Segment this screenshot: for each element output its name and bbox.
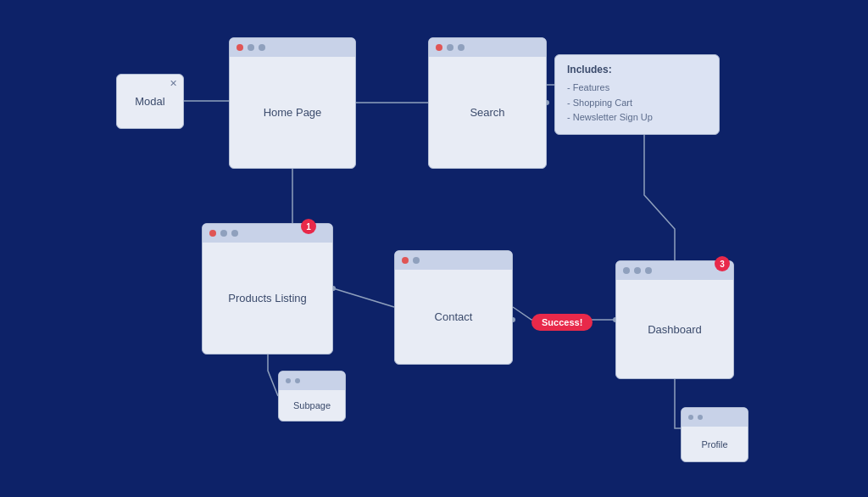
- canvas: ✕ Modal Home Page Search Includes: - Fea…: [0, 0, 868, 497]
- profile-body: Profile: [682, 427, 748, 461]
- search-label: Search: [470, 106, 504, 119]
- info-title: Includes:: [567, 64, 707, 75]
- contact-card[interactable]: Contact: [394, 250, 513, 365]
- home-page-body: Home Page: [230, 57, 355, 168]
- info-item-2: - Shopping Cart: [567, 96, 707, 111]
- dot-green: [458, 44, 465, 51]
- dot-red: [402, 257, 409, 264]
- dot-yellow: [220, 230, 227, 237]
- dot-yellow: [413, 257, 420, 264]
- profile-label: Profile: [701, 439, 727, 450]
- search-body: Search: [429, 57, 546, 168]
- profile-titlebar: [682, 408, 748, 427]
- dot-yellow: [248, 44, 254, 51]
- info-item-1: - Features: [567, 81, 707, 96]
- home-page-card[interactable]: Home Page: [229, 37, 356, 169]
- subpage-titlebar: [279, 371, 345, 390]
- success-pill: Success!: [531, 314, 593, 331]
- products-label: Products Listing: [228, 292, 307, 304]
- subpage-card[interactable]: Subpage: [278, 371, 346, 422]
- modal-card[interactable]: ✕ Modal: [116, 74, 184, 129]
- subpage-label: Subpage: [293, 400, 331, 410]
- search-titlebar: [429, 38, 546, 57]
- contact-titlebar: [395, 251, 512, 270]
- info-box: Includes: - Features - Shopping Cart - N…: [554, 54, 720, 135]
- dot-green: [231, 230, 238, 237]
- dot-green: [259, 44, 265, 51]
- contact-label: Contact: [435, 310, 473, 323]
- dot-2: [698, 415, 703, 420]
- dashboard-card[interactable]: Dashboard: [615, 260, 734, 379]
- profile-card[interactable]: Profile: [681, 407, 748, 462]
- modal-close-icon[interactable]: ✕: [170, 78, 177, 89]
- search-card[interactable]: Search: [428, 37, 547, 169]
- home-page-label: Home Page: [264, 106, 322, 119]
- dot-2: [634, 267, 641, 274]
- products-listing-card[interactable]: Products Listing: [202, 223, 333, 355]
- dot-red: [436, 44, 442, 51]
- home-page-titlebar: [230, 38, 355, 57]
- dot-red: [236, 44, 243, 51]
- dot-1: [286, 378, 291, 383]
- products-badge: 1: [301, 219, 316, 234]
- dot-3: [645, 267, 652, 274]
- dot-yellow: [447, 44, 453, 51]
- products-body: Products Listing: [203, 243, 332, 354]
- dashboard-body: Dashboard: [616, 280, 733, 378]
- subpage-body: Subpage: [279, 390, 345, 421]
- dot-1: [688, 415, 693, 420]
- dashboard-badge: 3: [715, 256, 730, 271]
- modal-label: Modal: [135, 95, 164, 108]
- info-item-3: - Newsletter Sign Up: [567, 110, 707, 126]
- dot-2: [295, 378, 300, 383]
- dot-1: [623, 267, 630, 274]
- dot-red: [209, 230, 216, 237]
- dashboard-label: Dashboard: [648, 323, 702, 336]
- contact-body: Contact: [395, 270, 512, 364]
